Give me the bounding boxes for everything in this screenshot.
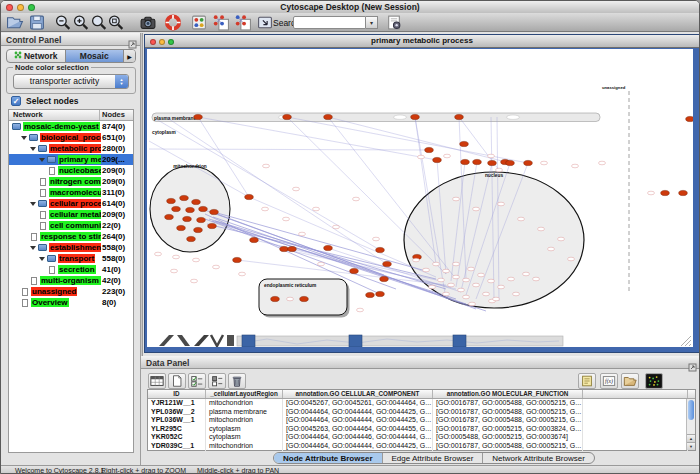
- tree-row-mosaic-demo-yeast[interactable]: mosaic-demo-yeast874(0): [9, 121, 133, 132]
- tree-row-cellular-process[interactable]: cellular process614(0): [9, 198, 133, 209]
- small-network-node[interactable]: [568, 257, 575, 261]
- small-network-node[interactable]: [443, 292, 450, 296]
- network-node[interactable]: [208, 223, 217, 228]
- small-network-node[interactable]: [599, 161, 606, 165]
- network-node[interactable]: [194, 114, 203, 119]
- tree-row-overview[interactable]: Overview8(0): [9, 297, 133, 308]
- network-node[interactable]: [165, 214, 174, 219]
- network-node[interactable]: [245, 194, 254, 199]
- small-network-node[interactable]: [155, 252, 162, 256]
- small-network-node[interactable]: [533, 277, 540, 281]
- search-dropdown-icon[interactable]: ▾: [366, 16, 378, 29]
- column-header[interactable]: _cellularLayoutRegion: [206, 390, 283, 398]
- network-node[interactable]: [172, 206, 181, 211]
- small-network-node[interactable]: [283, 217, 290, 221]
- small-network-node[interactable]: [373, 237, 380, 241]
- small-network-node[interactable]: [513, 292, 520, 296]
- small-network-node[interactable]: [423, 268, 430, 272]
- small-network-node[interactable]: [413, 258, 420, 262]
- notes-icon[interactable]: [578, 373, 596, 389]
- small-network-node[interactable]: [483, 292, 490, 296]
- small-network-node[interactable]: [468, 267, 475, 271]
- new-attribute-icon[interactable]: [168, 373, 186, 389]
- small-network-node[interactable]: [488, 154, 495, 158]
- small-network-node[interactable]: [541, 161, 548, 165]
- small-network-node[interactable]: [558, 237, 565, 241]
- small-network-node[interactable]: [429, 285, 436, 289]
- network-canvas[interactable]: plasma membranecytoplasmmitochondrionnuc…: [147, 49, 693, 347]
- tree-row-cell-communicat[interactable]: cell communicat22(0): [9, 220, 133, 231]
- small-network-node[interactable]: [498, 285, 505, 289]
- network-graph[interactable]: plasma membranecytoplasmmitochondrionnuc…: [147, 49, 693, 347]
- tree-row-establishment-of-lo[interactable]: establishment of lo558(0): [9, 242, 133, 253]
- tab-network[interactable]: Network: [7, 50, 65, 62]
- tab-mosaic[interactable]: Mosaic: [65, 50, 125, 62]
- network-node[interactable]: [271, 296, 280, 301]
- table-scrollbar[interactable]: ▲ ▼: [686, 399, 695, 450]
- small-network-node[interactable]: [263, 164, 270, 168]
- small-network-node[interactable]: [548, 247, 555, 251]
- network-node[interactable]: [350, 268, 359, 273]
- table-row[interactable]: YPL036W__2plasma membrane[GO:0044464, GO…: [148, 408, 695, 417]
- small-network-node[interactable]: [488, 279, 495, 283]
- network-node[interactable]: [679, 190, 688, 195]
- small-network-node[interactable]: [443, 269, 450, 273]
- small-network-node[interactable]: [171, 269, 178, 273]
- select-nodes-checkbox[interactable]: ✓: [11, 96, 21, 106]
- column-header[interactable]: ID: [148, 390, 206, 398]
- small-network-node[interactable]: [357, 308, 364, 312]
- small-network-node[interactable]: [353, 197, 360, 201]
- small-network-node[interactable]: [508, 277, 515, 281]
- import-attributes-icon[interactable]: [621, 373, 639, 389]
- small-network-node[interactable]: [318, 262, 325, 266]
- small-network-node[interactable]: [299, 232, 306, 236]
- tree-expander-icon[interactable]: [39, 257, 45, 261]
- network-node[interactable]: [199, 206, 208, 211]
- network-node[interactable]: [183, 216, 192, 221]
- minimize-window-icon[interactable]: [17, 4, 24, 11]
- float-panel-icon[interactable]: [128, 35, 137, 44]
- tree-row-secretion[interactable]: secretion41(0): [9, 264, 133, 275]
- tree-expander-icon[interactable]: [30, 246, 36, 250]
- small-network-node[interactable]: [438, 278, 445, 282]
- small-network-node[interactable]: [433, 262, 440, 266]
- tree-row-nitrogen-compo[interactable]: nitrogen compo209(0): [9, 176, 133, 187]
- tree-row-cellular-metabo[interactable]: cellular metabo209(0): [9, 209, 133, 220]
- canvas-resize-grip-icon[interactable]: [689, 344, 691, 346]
- tree-row-unassigned[interactable]: unassigned223(0): [9, 286, 133, 297]
- zoom-view-icon[interactable]: [168, 39, 174, 45]
- tree-expander-icon[interactable]: [30, 147, 36, 151]
- attribute-table[interactable]: ID_cellularLayoutRegionannotation.GO CEL…: [147, 389, 696, 451]
- network-node[interactable]: [461, 159, 470, 164]
- open-file-icon[interactable]: [6, 14, 24, 31]
- float-data-panel-icon[interactable]: [688, 358, 697, 367]
- search-input[interactable]: [293, 16, 366, 29]
- tree-row-metabolic-process[interactable]: metabolic process280(0): [9, 143, 133, 154]
- small-network-node[interactable]: [418, 155, 425, 159]
- close-view-icon[interactable]: [150, 39, 156, 45]
- network-node[interactable]: [187, 236, 196, 241]
- network-window-titlebar[interactable]: primary metabolic process: [145, 35, 699, 48]
- network-node[interactable]: [506, 160, 515, 165]
- tree-row-primary-metabo[interactable]: primary metabo209(...: [9, 154, 133, 165]
- network-node[interactable]: [186, 207, 195, 212]
- network-node[interactable]: [324, 245, 333, 250]
- small-network-node[interactable]: [498, 202, 505, 206]
- table-row[interactable]: YDR039C__1mitochondrion[GO:0044464, GO:0…: [148, 442, 695, 451]
- zoom-fit-icon[interactable]: [107, 14, 125, 31]
- small-network-node[interactable]: [453, 275, 460, 279]
- small-network-node[interactable]: [463, 278, 470, 282]
- network-node[interactable]: [300, 296, 309, 301]
- tree-row-transport[interactable]: transport558(0): [9, 253, 133, 264]
- scroll-down-icon[interactable]: ▼: [687, 442, 695, 450]
- network-node[interactable]: [460, 141, 469, 146]
- small-network-node[interactable]: [463, 295, 470, 299]
- tree-row-biological-process[interactable]: biological_process651(0): [9, 132, 133, 143]
- zoom-selected-icon[interactable]: [90, 14, 108, 31]
- network-node[interactable]: [376, 291, 385, 296]
- close-window-icon[interactable]: [6, 4, 13, 11]
- tree-row-multi-organism-pro[interactable]: multi-organism pro42(0): [9, 275, 133, 286]
- tabs-overflow-icon[interactable]: ▶: [124, 50, 135, 62]
- search-config-icon[interactable]: [385, 14, 403, 31]
- network-node[interactable]: [433, 157, 442, 162]
